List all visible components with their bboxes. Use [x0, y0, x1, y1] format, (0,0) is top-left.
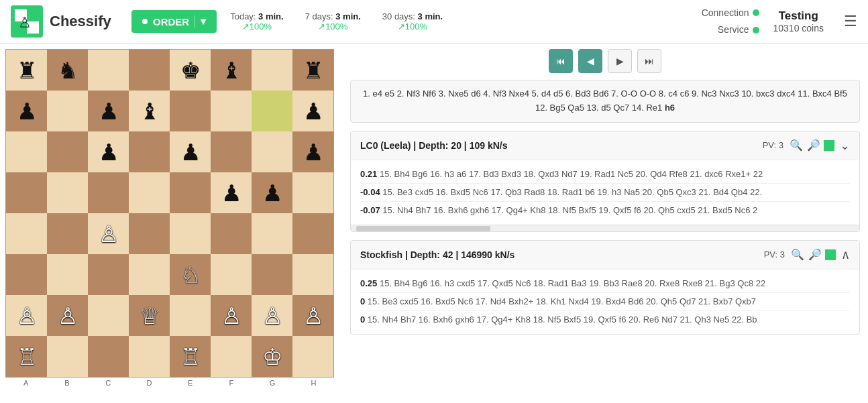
board-cell[interactable] — [6, 172, 47, 213]
board-cell[interactable] — [211, 91, 252, 131]
board-cell[interactable]: ♘ — [170, 254, 211, 295]
board-cell[interactable]: ♟ — [170, 131, 211, 172]
engine-line: -0.07 15. Nh4 Bh7 16. Bxh6 gxh6 17. Qg4+… — [360, 202, 850, 219]
board-cell[interactable]: ♙ — [211, 295, 252, 336]
chess-piece: ♝ — [221, 59, 241, 82]
chess-piece: ♟ — [99, 141, 119, 164]
board-cell[interactable]: ♟ — [6, 91, 47, 131]
board-cell[interactable] — [292, 254, 333, 295]
lc0-zoom-out-button[interactable]: 🔎 — [806, 138, 821, 153]
stockfish-collapse-button[interactable]: ∧ — [841, 247, 850, 262]
board-cell[interactable] — [6, 254, 47, 295]
lc0-engine-controls: PV: 3 🔍 🔎 ⌄ — [763, 138, 850, 153]
board-cell[interactable] — [129, 254, 170, 295]
board-cell[interactable]: ♚ — [170, 50, 211, 91]
board-cell[interactable] — [47, 91, 88, 131]
board-cell[interactable] — [252, 131, 292, 172]
chess-piece: ♚ — [180, 59, 201, 82]
chess-piece: ♟ — [17, 100, 37, 123]
chess-piece: ♖ — [17, 345, 37, 368]
board-cell[interactable] — [292, 213, 333, 254]
board-cell[interactable]: ♙ — [47, 295, 88, 336]
board-cell[interactable]: ♜ — [292, 50, 333, 91]
board-cell[interactable] — [47, 254, 88, 295]
board-cell[interactable]: ♖ — [6, 336, 47, 377]
board-cell[interactable] — [129, 213, 170, 254]
board-cell[interactable] — [47, 213, 88, 254]
nav-prev-button[interactable]: ◀ — [578, 49, 602, 73]
stockfish-zoom-out-button[interactable]: 🔎 — [808, 247, 822, 262]
board-cell[interactable] — [170, 295, 211, 336]
board-cell[interactable] — [129, 172, 170, 213]
board-cell[interactable] — [211, 336, 252, 377]
board-cell[interactable] — [252, 50, 292, 91]
stat-30days-label: 30 days: 3 min. — [382, 11, 443, 21]
file-labels: A B C D E F G H — [5, 379, 334, 387]
svg-text:♙: ♙ — [18, 14, 32, 31]
lc0-scrollbar[interactable] — [351, 225, 859, 231]
chess-board[interactable]: ♜♞♚♝♜♟♟♝♟♟♟♟♟♟♙♘♙♙♕♙♙♙♖♖♔ — [5, 49, 334, 378]
board-cell[interactable]: ♕ — [129, 295, 170, 336]
chess-piece: ♙ — [221, 304, 241, 327]
order-dot — [142, 19, 148, 24]
board-cell[interactable]: ♝ — [211, 50, 252, 91]
board-cell[interactable] — [47, 336, 88, 377]
board-cell[interactable] — [170, 213, 211, 254]
board-cell[interactable]: ♟ — [88, 131, 129, 172]
stockfish-engine-panel: Stockfish | Depth: 42 | 146990 kN/s PV: … — [350, 240, 860, 335]
chess-piece: ♟ — [99, 100, 119, 123]
board-cell[interactable] — [129, 131, 170, 172]
board-cell[interactable] — [6, 131, 47, 172]
board-cell[interactable] — [6, 213, 47, 254]
board-cell[interactable] — [170, 91, 211, 131]
board-cell[interactable] — [211, 254, 252, 295]
board-cell[interactable] — [292, 336, 333, 377]
lc0-pv-controls: 🔍 🔎 — [789, 138, 834, 153]
board-cell[interactable]: ♟ — [88, 91, 129, 131]
board-cell[interactable] — [292, 172, 333, 213]
logo-icon: ♙ — [11, 5, 43, 38]
board-cell[interactable]: ♟ — [292, 131, 333, 172]
menu-icon[interactable]: ☰ — [844, 13, 857, 30]
board-cell[interactable]: ♟ — [252, 172, 292, 213]
board-cell[interactable] — [252, 91, 292, 131]
board-cell[interactable]: ♔ — [252, 336, 292, 377]
board-cell[interactable] — [47, 172, 88, 213]
board-cell[interactable] — [252, 213, 292, 254]
testing-title: Testing — [773, 9, 824, 23]
board-cell[interactable] — [129, 50, 170, 91]
board-cell[interactable]: ♞ — [47, 50, 88, 91]
board-cell[interactable]: ♙ — [252, 295, 292, 336]
nav-last-button[interactable]: ⏭ — [637, 49, 661, 73]
lc0-zoom-in-button[interactable]: 🔍 — [789, 138, 804, 153]
board-cell[interactable] — [129, 336, 170, 377]
board-cell[interactable] — [211, 213, 252, 254]
board-cell[interactable]: ♖ — [170, 336, 211, 377]
board-cell[interactable]: ♟ — [292, 91, 333, 131]
board-cell[interactable] — [211, 131, 252, 172]
board-cell[interactable]: ♝ — [129, 91, 170, 131]
chess-piece: ♟ — [303, 100, 323, 123]
stockfish-zoom-in-button[interactable]: 🔍 — [790, 247, 805, 262]
board-cell[interactable]: ♙ — [6, 295, 47, 336]
nav-first-button[interactable]: ⏮ — [549, 49, 573, 73]
board-cell[interactable] — [47, 131, 88, 172]
board-cell[interactable] — [88, 254, 129, 295]
board-cell[interactable] — [170, 172, 211, 213]
nav-next-button[interactable]: ▶ — [608, 49, 632, 73]
board-cell[interactable]: ♙ — [292, 295, 333, 336]
order-button[interactable]: ORDER ▾ — [131, 10, 217, 33]
chess-piece: ♘ — [180, 264, 201, 286]
board-cell[interactable] — [88, 336, 129, 377]
board-cell[interactable] — [252, 254, 292, 295]
board-cell[interactable] — [88, 50, 129, 91]
board-cell[interactable]: ♟ — [211, 172, 252, 213]
stockfish-stop-button[interactable] — [825, 249, 836, 260]
lc0-collapse-button[interactable]: ⌄ — [840, 138, 850, 153]
board-cell[interactable]: ♜ — [6, 50, 47, 91]
lc0-stop-button[interactable] — [824, 140, 834, 151]
engine-score: -0.07 — [360, 205, 380, 215]
board-cell[interactable] — [88, 295, 129, 336]
board-cell[interactable]: ♙ — [88, 213, 129, 254]
board-cell[interactable] — [88, 172, 129, 213]
